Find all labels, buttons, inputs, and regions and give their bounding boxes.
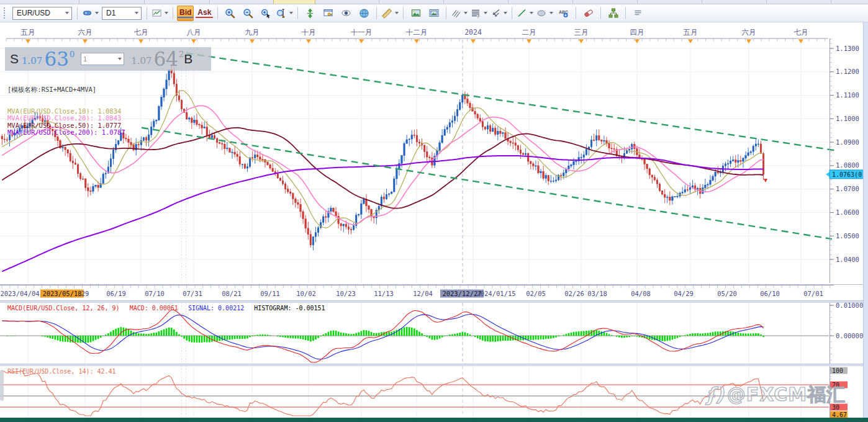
insert-image-button[interactable]	[407, 6, 424, 21]
rsi-title: RSI(EUR/USD.Close, 14): 42.41	[7, 368, 116, 375]
visibility-button[interactable]	[338, 6, 355, 21]
month-label: 十一月	[351, 28, 373, 37]
toolbar-separator	[77, 7, 78, 19]
month-label: 十月	[302, 28, 316, 37]
ask-button[interactable]: Ask	[195, 6, 214, 21]
object-explorer-button[interactable]	[605, 6, 622, 21]
eye-icon	[341, 8, 351, 18]
draw-shape-button[interactable]	[535, 6, 554, 21]
toolbar-separator	[576, 7, 576, 19]
trading-station-window: { "toolbar": { "symbol_select": "EUR/USD…	[0, 0, 868, 422]
vertical-scrollbar[interactable]	[863, 22, 868, 418]
tab-divider	[637, 0, 638, 4]
chevron-down-icon	[135, 12, 138, 14]
toolbar-separator	[446, 7, 446, 19]
tab-divider	[79, 0, 79, 4]
watermark-fragment	[0, 370, 4, 401]
symbol-select[interactable]: EUR/USD	[12, 7, 72, 20]
snapshot-button[interactable]	[425, 6, 442, 21]
instrument-toggle-button[interactable]	[81, 6, 99, 21]
date-tick-label: 02/05	[526, 290, 546, 297]
chart-properties-button[interactable]	[320, 6, 337, 21]
toolbar-separator	[600, 7, 601, 19]
date-tick-label: 2023/12/27	[442, 290, 481, 297]
fib-icon	[451, 8, 461, 18]
macd-histogram: HISTOGRAM: -0.00151	[254, 305, 325, 312]
tab-divider	[144, 0, 145, 4]
rsi-panel[interactable]: 10070304.67 RSI(EUR/USD.Close, 14): 42.4…	[0, 366, 868, 418]
price-tick-label: 1.1200	[836, 68, 859, 75]
toolbar-separator	[297, 7, 298, 19]
zoomin-icon	[225, 8, 235, 19]
trendarrows-icon	[490, 8, 501, 18]
zoom-out-button[interactable]	[240, 6, 256, 21]
web-globe-button[interactable]	[356, 6, 373, 21]
sell-price-main[interactable]: 63	[44, 48, 68, 70]
fit-vertical-button[interactable]	[302, 6, 319, 21]
macd-panel[interactable]: 0.010000.00000 MACD(EUR/USD.Close, 12, 2…	[0, 303, 868, 364]
quote-panel: S 1.07 63 0 1 1.07 64 2 B	[5, 47, 211, 71]
fxcm-logo-icon: ʄ)	[707, 384, 725, 405]
toolbar-grip[interactable]	[4, 7, 7, 19]
period-select[interactable]: D1	[102, 7, 142, 20]
chevron-down-icon	[289, 12, 293, 14]
active-tab-indicator[interactable]	[273, 0, 315, 4]
macd-canvas[interactable]: 0.010000.00000	[0, 303, 868, 364]
chevron-down-icon	[395, 12, 399, 14]
sell-price-prefix: 1.07	[22, 55, 42, 66]
month-label: 六月	[78, 28, 93, 37]
buy-label: B	[184, 52, 192, 66]
month-marker-icon	[746, 39, 752, 44]
draw-line-button[interactable]	[516, 6, 534, 21]
buy-price-pip: 2	[179, 50, 184, 59]
svg-text:F: F	[477, 14, 480, 19]
month-marker-icon	[83, 39, 88, 44]
chevron-down-icon	[464, 12, 468, 14]
price-chart-panel[interactable]: 五月六月七月八月九月十月十一月十二月2024二月三月四月五月六月七月1.1300…	[0, 22, 868, 284]
month-label: 四月	[630, 28, 644, 37]
price-levels-button[interactable]: F	[469, 6, 488, 21]
month-marker-icon	[635, 39, 640, 44]
price-tick-label: 1.1100	[836, 91, 859, 99]
object-list-button[interactable]	[630, 6, 646, 21]
price-tick-label: 1.0400	[836, 256, 859, 263]
trend-channel-line-1[interactable]	[186, 53, 835, 151]
measure-button[interactable]	[381, 6, 399, 21]
fxcm-watermark: ʄ)@FXCM福汇	[707, 382, 846, 408]
amount-select[interactable]: 1	[81, 53, 124, 65]
buy-price-prefix: 1.07	[131, 55, 151, 66]
month-label: 六月	[742, 28, 756, 37]
macd-axis-label: 0.01000	[836, 303, 863, 309]
buy-price-main[interactable]: 64	[154, 48, 178, 70]
main-toolbar: EUR/USDD1BidAskFABC	[0, 4, 868, 22]
zoomout-icon	[243, 8, 253, 19]
date-axis[interactable]: 2023/04/042023/05/182906/1907/1007/3108/…	[0, 284, 868, 300]
fibonacci-tools-button[interactable]	[450, 6, 468, 21]
add-text-button[interactable]: ABC	[555, 6, 572, 21]
date-tick-label: 2024/01/15	[476, 290, 515, 297]
chartframe-icon	[151, 8, 162, 18]
month-label: 三月	[574, 28, 589, 37]
month-marker-icon	[798, 39, 804, 44]
sell-price-pip: 0	[70, 50, 75, 59]
macd-title: MACD(EUR/USD.Close, 12, 26, 9)	[7, 305, 120, 312]
date-tick-label: 09/11	[260, 290, 280, 297]
window-tab-strip[interactable]	[0, 0, 868, 4]
month-label: 七月	[794, 28, 808, 37]
date-tick-label: 2023/04/04	[0, 290, 39, 297]
price-tick-label: 1.0600	[836, 209, 859, 216]
watermark-text: @FXCM福汇	[727, 384, 846, 405]
zoom-pointer-button[interactable]	[258, 6, 274, 21]
bid-button[interactable]: Bid	[177, 6, 194, 21]
tab-divider	[443, 0, 444, 4]
zoom-range-button[interactable]	[276, 6, 294, 21]
chart-type-button[interactable]	[151, 6, 169, 21]
tab-divider	[379, 0, 379, 4]
zoom-in-button[interactable]	[222, 6, 238, 21]
trend-tools-button[interactable]	[489, 6, 508, 21]
trend-channel-line-2[interactable]	[142, 128, 832, 239]
svg-text:ABC: ABC	[559, 10, 568, 14]
toolbar-separator	[147, 7, 147, 19]
rsi-labels: RSI(EUR/USD.Close, 14): 42.41	[7, 368, 116, 375]
eraser-button[interactable]	[580, 6, 597, 21]
